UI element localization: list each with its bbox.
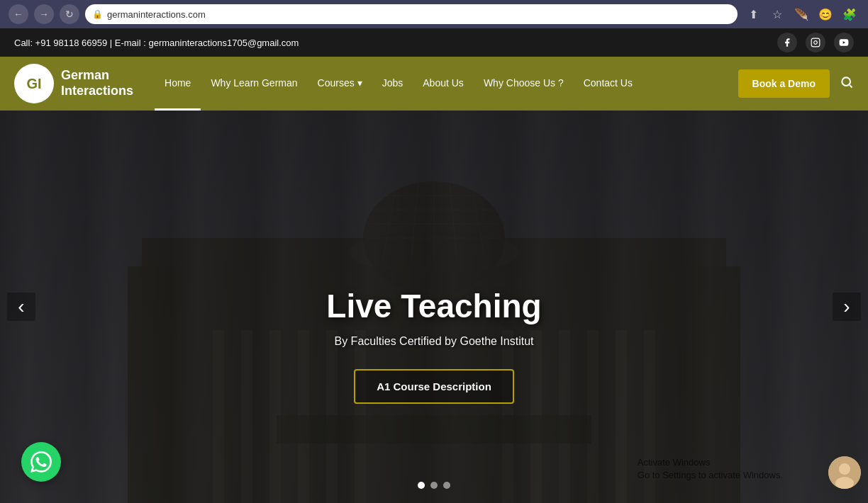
svg-point-35	[839, 463, 850, 475]
lock-icon: 🔒	[92, 9, 103, 19]
extensions-button[interactable]: 🧩	[840, 4, 859, 24]
logo[interactable]: GI GermanInteractions	[14, 64, 133, 103]
address-bar[interactable]: 🔒 germaninteractions.com	[85, 4, 738, 24]
nav-home[interactable]: Home	[155, 57, 201, 111]
feather-icon[interactable]: 🪶	[791, 4, 811, 24]
nav-links: Home Why Learn German Courses ▾ Jobs Abo…	[155, 57, 731, 111]
avatar-icon[interactable]: 😊	[816, 4, 835, 24]
carousel-dots	[418, 482, 450, 489]
hero-section: ‹ Live Teaching By Faculties Certified b…	[0, 111, 868, 503]
nav-contact-us[interactable]: Contact Us	[574, 57, 642, 111]
nav-why-learn-german[interactable]: Why Learn German	[201, 57, 307, 111]
url-text: germaninteractions.com	[107, 9, 206, 20]
svg-rect-0	[811, 38, 820, 47]
book-demo-button[interactable]: Book a Demo	[738, 69, 830, 98]
nav-jobs[interactable]: Jobs	[372, 57, 413, 111]
cta-button[interactable]: A1 Course Description	[354, 369, 514, 404]
carousel-dot-3[interactable]	[443, 482, 450, 489]
nav-courses[interactable]: Courses ▾	[308, 57, 372, 111]
share-button[interactable]: ⬆	[743, 4, 763, 24]
logo-emblem: GI	[14, 64, 54, 103]
youtube-icon[interactable]	[834, 33, 854, 52]
carousel-dot-2[interactable]	[430, 482, 438, 489]
svg-point-3	[842, 77, 850, 86]
avatar	[828, 456, 861, 489]
activate-windows-notice: Activate Windows Go to Settings to activ…	[638, 456, 783, 482]
dropdown-arrow-icon: ▾	[357, 77, 362, 89]
back-button[interactable]: ←	[9, 4, 28, 24]
instagram-icon[interactable]	[806, 33, 825, 52]
facebook-icon[interactable]	[777, 33, 797, 52]
refresh-button[interactable]: ↻	[60, 4, 79, 24]
logo-text: GermanInteractions	[61, 68, 133, 98]
hero-content: Live Teaching By Faculties Certified by …	[186, 287, 682, 404]
hero-title: Live Teaching	[186, 287, 682, 325]
top-bar: Call: +91 98118 66959 | E-mail : germani…	[0, 28, 868, 57]
navbar: GI GermanInteractions Home Why Learn Ger…	[0, 57, 868, 111]
nav-about-us[interactable]: About Us	[413, 57, 474, 111]
nav-why-choose-us[interactable]: Why Choose Us ?	[474, 57, 574, 111]
browser-actions: ⬆ ☆ 🪶 😊 🧩	[743, 4, 859, 24]
forward-button[interactable]: →	[34, 4, 54, 24]
hero-subtitle: By Faculties Certified by Goethe Institu…	[186, 335, 682, 348]
contact-info: Call: +91 98118 66959 | E-mail : germani…	[14, 38, 299, 48]
svg-line-4	[850, 84, 852, 87]
search-icon[interactable]	[840, 75, 854, 93]
social-links	[777, 33, 854, 52]
carousel-next-button[interactable]: ›	[833, 293, 861, 321]
carousel-prev-button[interactable]: ‹	[7, 293, 35, 321]
browser-chrome: ← → ↻ 🔒 germaninteractions.com ⬆ ☆ 🪶 😊 🧩	[0, 0, 868, 28]
bookmark-button[interactable]: ☆	[767, 4, 787, 24]
whatsapp-button[interactable]	[21, 442, 61, 482]
carousel-dot-1[interactable]	[418, 482, 425, 489]
